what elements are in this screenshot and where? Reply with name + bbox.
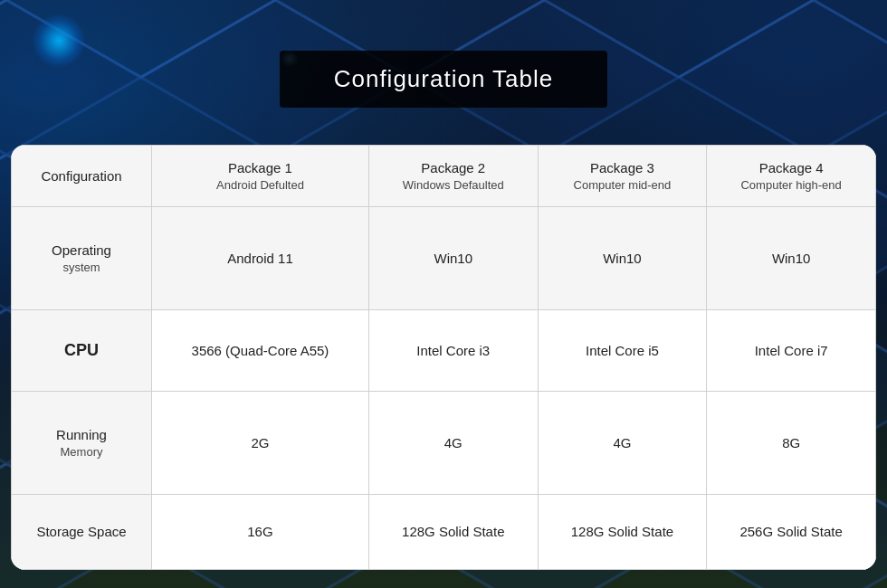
- table-row: Running Memory 2G 4G 4G 8G: [12, 392, 876, 495]
- row-label-memory: Running Memory: [12, 392, 152, 495]
- header-package2: Package 2 Windows Defaulted: [368, 146, 538, 207]
- header-package3: Package 3 Computer mid-end: [538, 146, 707, 207]
- cell-cpu-pkg1: 3566 (Quad-Core A55): [152, 309, 369, 391]
- title-bar: Configuration Table: [280, 51, 608, 108]
- cell-memory-pkg4: 8G: [707, 392, 876, 495]
- header-section: Configuration Table: [0, 0, 887, 158]
- table-header-row: Configuration Package 1 Android Defulted…: [12, 146, 876, 207]
- cell-storage-pkg1: 16G: [152, 494, 369, 569]
- cell-os-pkg4: Win10: [707, 207, 876, 310]
- table-row: Storage Space 16G 128G Solid State 128G …: [12, 494, 876, 569]
- row-label-cpu: CPU: [12, 309, 152, 391]
- cell-storage-pkg2: 128G Solid State: [368, 494, 538, 569]
- cell-cpu-pkg2: Intel Core i3: [368, 309, 538, 391]
- cell-memory-pkg1: 2G: [152, 392, 369, 495]
- header-package1: Package 1 Android Defulted: [152, 146, 369, 207]
- cell-os-pkg2: Win10: [368, 207, 538, 310]
- cell-os-pkg1: Android 11: [152, 207, 369, 310]
- cell-os-pkg3: Win10: [538, 207, 707, 310]
- cell-cpu-pkg4: Intel Core i7: [707, 309, 876, 391]
- page-title: Configuration Table: [334, 65, 554, 92]
- header-package4: Package 4 Computer high-end: [707, 146, 876, 207]
- cell-memory-pkg2: 4G: [368, 392, 538, 495]
- table-section: Configuration Package 1 Android Defulted…: [11, 145, 876, 570]
- cell-storage-pkg4: 256G Solid State: [707, 494, 876, 569]
- header-config: Configuration: [12, 146, 152, 207]
- cell-cpu-pkg3: Intel Core i5: [538, 309, 707, 391]
- row-label-os: Operating system: [12, 207, 152, 310]
- cell-storage-pkg3: 128G Solid State: [538, 494, 707, 569]
- page-wrapper: Configuration Table Configuration Packag…: [0, 0, 887, 588]
- row-label-storage: Storage Space: [12, 494, 152, 569]
- cell-memory-pkg3: 4G: [538, 392, 707, 495]
- table-row: CPU 3566 (Quad-Core A55) Intel Core i3 I…: [12, 309, 876, 391]
- config-table: Configuration Package 1 Android Defulted…: [11, 145, 876, 570]
- table-row: Operating system Android 11 Win10 Win10 …: [12, 207, 876, 310]
